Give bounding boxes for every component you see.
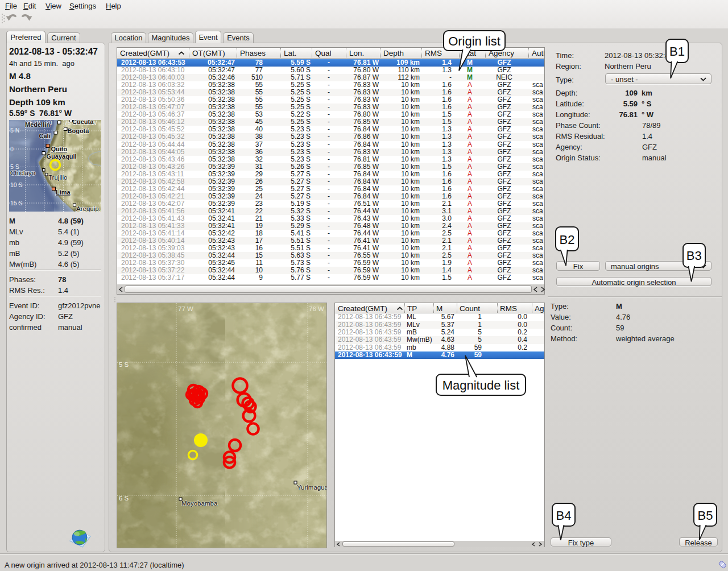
svg-text:Medellín: Medellín xyxy=(25,121,50,128)
svg-text:5 S: 5 S xyxy=(119,361,129,368)
svg-text:Chiclayo: Chiclayo xyxy=(10,169,35,176)
svg-text:Quito: Quito xyxy=(51,146,68,152)
svg-text:Arequip.: Arequip. xyxy=(76,205,101,212)
svg-text:6 S: 6 S xyxy=(119,495,129,502)
svg-text:Bogotá: Bogotá xyxy=(68,127,90,134)
svg-text:76 W: 76 W xyxy=(309,305,324,312)
svg-text:Yurimagua: Yurimagua xyxy=(297,484,326,491)
svg-text:10 S: 10 S xyxy=(10,181,23,188)
svg-text:Trujillo: Trujillo xyxy=(48,174,67,181)
svg-text:Cali: Cali xyxy=(39,133,51,139)
svg-text:Moyobamba: Moyobamba xyxy=(181,500,218,507)
svg-text:77 W: 77 W xyxy=(178,305,193,312)
svg-text:5 N: 5 N xyxy=(10,127,19,134)
svg-text:Cúcuta: Cúcuta xyxy=(72,120,94,125)
svg-text:0: 0 xyxy=(10,146,14,152)
svg-text:15 S: 15 S xyxy=(10,200,23,206)
svg-text:Lima: Lima xyxy=(56,189,71,196)
svg-text:Guayaquil: Guayaquil xyxy=(47,153,77,160)
